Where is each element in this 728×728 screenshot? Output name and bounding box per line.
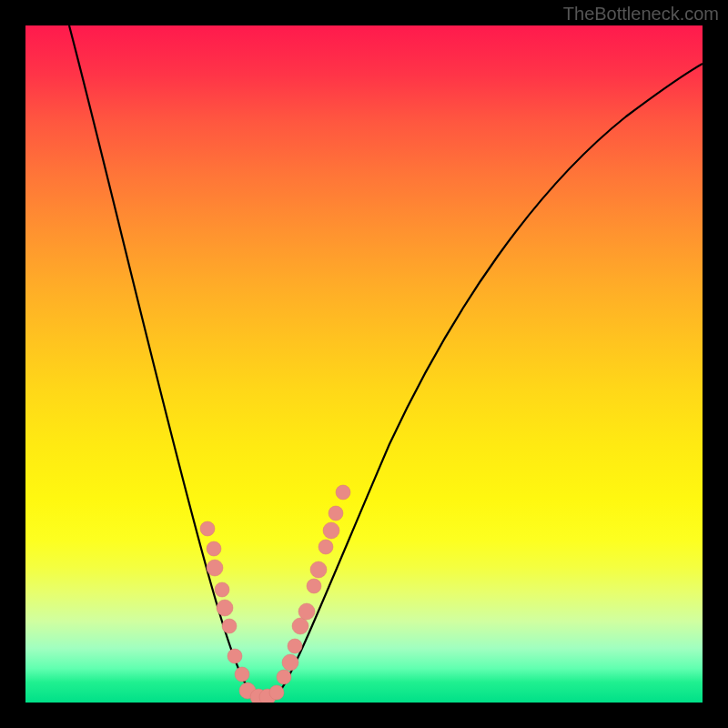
right-curve [264, 64, 703, 701]
chart-svg [25, 25, 703, 703]
data-point [310, 561, 327, 578]
data-point [228, 649, 242, 663]
data-point [329, 506, 343, 521]
data-points [200, 485, 350, 703]
data-point [318, 540, 333, 554]
outer-frame: TheBottleneck.com [0, 0, 728, 728]
data-point [207, 560, 223, 576]
data-point [288, 639, 302, 653]
plot-area [25, 25, 703, 703]
data-point [215, 582, 229, 597]
curve-group [69, 25, 703, 701]
data-point [200, 521, 215, 536]
data-point [323, 522, 339, 539]
data-point [235, 667, 249, 682]
watermark-text: TheBottleneck.com [563, 4, 719, 25]
data-point [277, 670, 291, 684]
data-point [207, 541, 221, 556]
data-point [217, 600, 233, 616]
data-point [282, 654, 298, 671]
left-curve [69, 25, 264, 701]
data-point [307, 579, 321, 593]
data-point [292, 618, 308, 634]
data-point [298, 603, 315, 620]
data-point [269, 685, 284, 700]
data-point [336, 485, 350, 500]
data-point [222, 619, 237, 633]
